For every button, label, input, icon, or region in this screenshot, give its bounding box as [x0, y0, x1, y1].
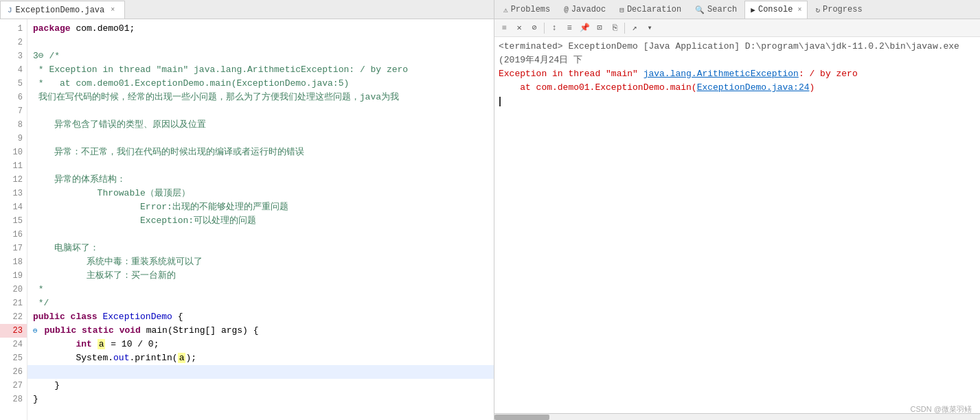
- code-line-5: * at com.demo01.ExceptionDemo.main(Excep…: [27, 77, 494, 91]
- console-toolbar: ■ ✕ ⊘ ↕ ≡ 📌 ⊡ ⎘ ↗ ▾: [494, 19, 980, 37]
- remove-button[interactable]: ✕: [512, 21, 526, 35]
- editor-tab-exception-demo[interactable]: J ExceptionDemo.java ×: [0, 1, 125, 19]
- editor-tab-bar: J ExceptionDemo.java ×: [0, 0, 494, 19]
- code-line-26: [27, 365, 494, 379]
- javadoc-icon: @: [564, 5, 569, 14]
- code-line-6: 我们在写代码的时候，经常的出现一些小问题，那么为了方便我们处理这些问题，java…: [27, 91, 494, 104]
- tab-declaration-label: Declaration: [627, 5, 681, 14]
- content-area: J ExceptionDemo.java × 1 2 3 4 5 6 7 8 9: [0, 0, 980, 420]
- console-cursor-line: [499, 95, 976, 108]
- tab-console[interactable]: ▶ Console ×: [744, 1, 808, 19]
- declaration-icon: ⊟: [619, 5, 624, 14]
- tab-declaration[interactable]: ⊟ Declaration: [613, 1, 687, 19]
- open-console-button[interactable]: ↗: [628, 21, 641, 35]
- tab-javadoc-label: Javadoc: [571, 5, 606, 14]
- copy-button[interactable]: ⊡: [593, 21, 606, 35]
- code-line-14: Error:出现的不能够处理的严重问题: [27, 200, 494, 214]
- code-line-16: [27, 228, 494, 242]
- search-tab-icon: 🔍: [695, 5, 705, 14]
- console-horizontal-scrollbar[interactable]: [494, 413, 980, 420]
- location-link[interactable]: ExceptionDemo.java:24: [697, 82, 810, 93]
- console-tab-close[interactable]: ×: [797, 6, 801, 14]
- tab-problems-label: Problems: [511, 5, 551, 14]
- tab-console-label: Console: [758, 5, 793, 14]
- exception-link[interactable]: java.lang.ArithmeticException: [643, 69, 799, 79]
- scroll-lock-button[interactable]: ↕: [547, 21, 561, 35]
- code-line-21: */: [27, 296, 494, 310]
- console-icon: ▶: [751, 5, 755, 14]
- terminate-button[interactable]: ■: [497, 21, 511, 35]
- code-content[interactable]: package com.demo01; 3⊖ /* * Exception in…: [27, 19, 494, 420]
- tab-search[interactable]: 🔍 Search: [689, 1, 743, 19]
- code-line-10: 异常：不正常，我们在代码的时候出现的编译或者运行时的错误: [27, 145, 494, 159]
- console-error-line2: at com.demo01.ExceptionDemo.main(Excepti…: [499, 81, 976, 95]
- toolbar-separator-1: [544, 23, 545, 34]
- tab-progress[interactable]: ↻ Progress: [809, 1, 868, 19]
- progress-icon: ↻: [815, 5, 820, 14]
- console-terminated-line: <terminated> ExceptionDemo [Java Applica…: [499, 40, 976, 67]
- code-line-15: Exception:可以处理的问题: [27, 214, 494, 228]
- toolbar-separator-2: [624, 23, 625, 34]
- right-tabs-bar: ⚠ Problems @ Javadoc ⊟ Declaration 🔍 Sea…: [494, 0, 980, 19]
- right-panel: ⚠ Problems @ Javadoc ⊟ Declaration 🔍 Sea…: [494, 0, 980, 420]
- pin-button[interactable]: 📌: [578, 21, 591, 35]
- tab-progress-label: Progress: [823, 5, 863, 14]
- console-scrollbar-area: <terminated> ExceptionDemo [Java Applica…: [494, 37, 980, 413]
- console-error-line1: Exception in thread "main" java.lang.Ari…: [499, 67, 976, 81]
- code-line-27: }: [27, 379, 494, 393]
- code-line-24: int a = 10 / 0;: [27, 338, 494, 351]
- code-line-2: [27, 36, 494, 49]
- tab-javadoc[interactable]: @ Javadoc: [558, 1, 612, 19]
- code-line-4: * Exception in thread "main" java.lang.A…: [27, 63, 494, 77]
- code-line-3: 3⊖ /*: [27, 49, 494, 63]
- scrollbar-thumb[interactable]: [494, 415, 549, 420]
- code-line-28: }: [27, 393, 494, 406]
- code-line-12: 异常的体系结构：: [27, 173, 494, 187]
- editor-panel: J ExceptionDemo.java × 1 2 3 4 5 6 7 8 9: [0, 0, 494, 420]
- console-dropdown[interactable]: ▾: [643, 21, 657, 35]
- watermark: CSDN @微菜羽鳝: [911, 404, 972, 415]
- editor-tab-label: ExceptionDemo.java: [16, 5, 105, 15]
- code-editor: 1 2 3 4 5 6 7 8 9 10 11 12 13 14 15 16 1: [0, 19, 494, 420]
- ide-window: J ExceptionDemo.java × 1 2 3 4 5 6 7 8 9: [0, 0, 980, 420]
- line-numbers: 1 2 3 4 5 6 7 8 9 10 11 12 13 14 15 16 1: [0, 19, 27, 420]
- code-line-7: [27, 104, 494, 118]
- clear-button[interactable]: ⊘: [527, 21, 541, 35]
- console-content[interactable]: <terminated> ExceptionDemo [Java Applica…: [494, 37, 980, 413]
- paste-button[interactable]: ⎘: [608, 21, 622, 35]
- code-line-8: 异常包含了错误的类型、原因以及位置: [27, 118, 494, 132]
- java-file-icon: J: [8, 6, 12, 14]
- code-line-20: *: [27, 283, 494, 296]
- code-line-23: ⊖ public static void main(String[] args)…: [27, 324, 494, 338]
- console-cursor: [499, 97, 501, 106]
- word-wrap-button[interactable]: ≡: [562, 21, 576, 35]
- code-line-25: System.out.println(a);: [27, 351, 494, 365]
- code-line-13: Throwable（最顶层）: [27, 187, 494, 200]
- code-line-17: 电脑坏了：: [27, 242, 494, 255]
- code-line-18: 系统中毒：重装系统就可以了: [27, 255, 494, 269]
- editor-tab-close[interactable]: ×: [108, 5, 117, 15]
- code-line-9: [27, 132, 494, 145]
- code-line-19: 主板坏了：买一台新的: [27, 269, 494, 283]
- problems-icon: ⚠: [503, 5, 508, 14]
- code-line-11: [27, 159, 494, 173]
- tab-search-label: Search: [707, 5, 737, 14]
- code-line-22: public class ExceptionDemo {: [27, 310, 494, 324]
- code-line-1: package com.demo01;: [27, 22, 494, 36]
- tab-problems[interactable]: ⚠ Problems: [497, 1, 556, 19]
